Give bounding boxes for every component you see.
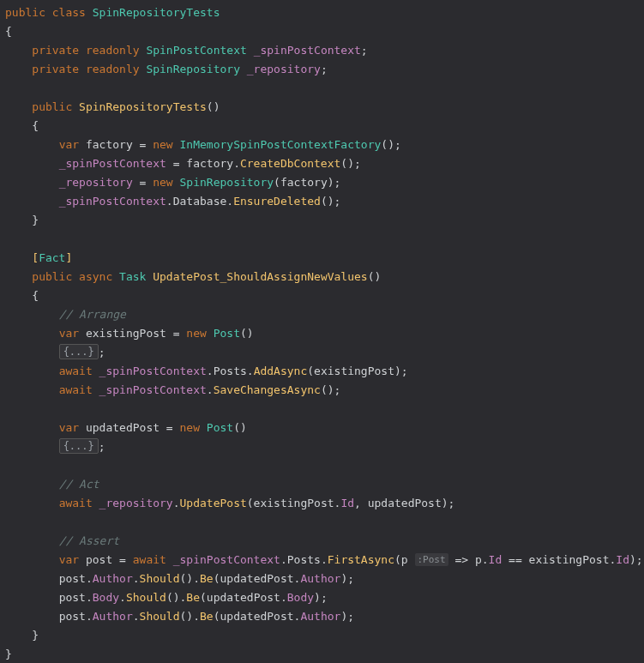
identifier: existingPost <box>79 327 173 340</box>
constructor: SpinRepositoryTests <box>79 100 207 113</box>
type: InMemorySpinPostContextFactory <box>180 138 382 151</box>
keyword: public <box>32 100 72 113</box>
paren: () <box>207 100 220 113</box>
text: , updatedPost); <box>354 497 454 509</box>
type: Post <box>207 421 233 434</box>
punct: ; <box>99 440 105 453</box>
member: Id <box>616 553 629 566</box>
paren: (updatedPost. <box>200 591 287 604</box>
keyword: class <box>52 6 86 19</box>
brace: } <box>32 629 39 642</box>
code-line: } <box>5 626 639 645</box>
paren: ); <box>629 553 643 566</box>
code-line: {...}; <box>5 343 639 362</box>
blank-line <box>5 400 639 419</box>
method: EnsureDeleted <box>233 195 321 208</box>
blank-line <box>5 456 639 475</box>
type-hint: :Post <box>415 553 448 566</box>
method: Should <box>126 591 166 604</box>
code-line: await _repository.UpdatePost(existingPos… <box>5 494 639 513</box>
comment: // Arrange <box>59 308 126 321</box>
text: == existingPost. <box>502 553 616 566</box>
keyword: await <box>59 383 93 396</box>
code-line: private readonly SpinRepository _reposit… <box>5 60 639 79</box>
dot: . <box>133 610 140 623</box>
keyword: await <box>59 365 93 377</box>
keyword: private <box>32 44 79 57</box>
paren: (); <box>381 138 400 151</box>
keyword: public <box>32 270 72 283</box>
member: Author <box>93 572 133 585</box>
code-line: post.Author.Should().Be(updatedPost.Auth… <box>5 607 639 626</box>
comment: // Assert <box>59 534 119 547</box>
brace: } <box>5 648 12 660</box>
code-line: post.Author.Should().Be(updatedPost.Auth… <box>5 570 639 588</box>
op: = <box>140 138 147 151</box>
code-line: var post = await _spinPostContext.Posts.… <box>5 551 639 570</box>
text: = factory. <box>166 157 240 170</box>
blank-line <box>5 230 639 249</box>
paren: (existingPost); <box>307 365 407 377</box>
paren: ); <box>314 591 328 604</box>
paren: (existingPost. <box>247 497 341 509</box>
keyword: readonly <box>86 63 140 75</box>
field: _repository <box>59 176 133 189</box>
field: _spinPostContext <box>254 44 361 57</box>
bracket: [ <box>32 251 39 264</box>
keyword: public <box>5 6 45 19</box>
paren: () <box>368 270 382 283</box>
paren: (factory); <box>274 176 340 189</box>
brace: { <box>32 289 39 302</box>
comment: // Act <box>59 478 99 491</box>
keyword: var <box>59 327 79 340</box>
paren: (). <box>180 572 200 585</box>
code-line: } <box>5 645 639 663</box>
keyword: private <box>32 63 79 75</box>
code-line: var factory = new InMemorySpinPostContex… <box>5 136 639 154</box>
bracket: ] <box>65 251 72 264</box>
method: SaveChangesAsync <box>214 383 321 396</box>
field: _spinPostContext <box>173 553 280 566</box>
method: Should <box>140 610 180 623</box>
paren: (updatedPost. <box>214 572 301 585</box>
brace: { <box>32 119 39 132</box>
code-fold[interactable]: {...} <box>59 438 99 454</box>
code-line: public SpinRepositoryTests() <box>5 98 639 117</box>
method: FirstAsync <box>328 553 394 566</box>
field: _spinPostContext <box>59 195 166 208</box>
identifier: post = <box>79 553 133 566</box>
blank-line <box>5 513 639 532</box>
code-fold[interactable]: {...} <box>59 344 99 359</box>
identifier: factory <box>79 138 139 151</box>
dot: . <box>226 195 233 208</box>
text: post. <box>59 610 93 623</box>
field: _repository <box>247 63 321 75</box>
code-line: {...}; <box>5 437 639 456</box>
dot: . <box>247 365 254 377</box>
type: Post <box>214 327 240 340</box>
code-line: post.Body.Should().Be(updatedPost.Body); <box>5 588 639 607</box>
code-line: var updatedPost = new Post() <box>5 419 639 437</box>
type: SpinPostContext <box>146 44 246 57</box>
method: UpdatePost <box>180 497 247 509</box>
op: = <box>166 421 180 434</box>
code-line: _spinPostContext = factory.CreateDbConte… <box>5 154 639 173</box>
keyword: new <box>180 421 200 434</box>
paren: (); <box>340 157 360 170</box>
brace: } <box>32 214 39 226</box>
member: Body <box>93 591 119 604</box>
paren: (updatedPost. <box>214 610 301 623</box>
paren: () <box>233 421 247 434</box>
code-line: // Arrange <box>5 305 639 324</box>
code-line: await _spinPostContext.SaveChangesAsync(… <box>5 381 639 400</box>
dot: . <box>207 383 214 396</box>
code-line: { <box>5 22 639 41</box>
member: Author <box>300 572 340 585</box>
code-line: private readonly SpinPostContext _spinPo… <box>5 41 639 60</box>
keyword: new <box>153 138 172 151</box>
dot: . <box>166 195 173 208</box>
code-line: var existingPost = new Post() <box>5 324 639 343</box>
code-line: _repository = new SpinRepository(factory… <box>5 173 639 192</box>
member: Posts <box>214 365 247 377</box>
method: Be <box>200 610 214 623</box>
